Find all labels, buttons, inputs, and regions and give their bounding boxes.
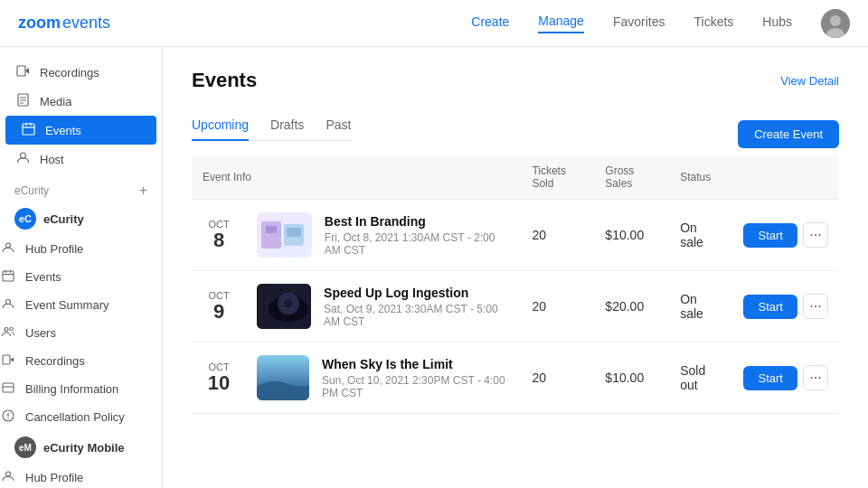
start-button-event-1[interactable]: Start [743, 223, 797, 248]
host-icon [14, 151, 31, 167]
event-actions-event-3: Start ··· [732, 343, 839, 414]
event-status-event-2: On sale [669, 271, 732, 343]
sidebar-item-recordings[interactable]: Recordings [0, 58, 162, 87]
tabs: Upcoming Drafts Past [192, 110, 351, 141]
sidebar-item-event-summary[interactable]: Event Summary [0, 291, 162, 319]
sidebar-item-hub-profile[interactable]: Hub Profile [0, 235, 162, 263]
event-day-event-2: 9 [203, 301, 235, 323]
sidebar-item-hub-profile-2[interactable]: Hub Profile [0, 464, 162, 488]
event-info-event-1: Best In Branding Fri, Oct 8, 2021 1:30AM… [246, 200, 521, 271]
org-name-ecurityhub: eCurity [43, 212, 84, 226]
svg-marker-4 [25, 68, 29, 74]
svg-point-20 [5, 328, 8, 332]
event-text-event-3: When Sky Is the Limit Sun, Oct 10, 2021 … [322, 357, 510, 399]
sidebar-label-media: Media [40, 95, 71, 108]
logo-events: events [62, 14, 110, 33]
table-header: Event Info Tickets Sold Gross Sales Stat… [192, 155, 839, 200]
svg-point-28 [7, 418, 9, 419]
svg-rect-34 [261, 221, 281, 249]
svg-point-21 [10, 327, 14, 331]
sidebar-org-ecurityhub[interactable]: eC eCurity [0, 202, 162, 235]
sidebar-label-hub-profile-2: Hub Profile [25, 471, 83, 484]
event-actions-event-1: Start ··· [732, 200, 839, 271]
event-date-event-2: OCT 9 [192, 271, 246, 343]
top-nav: zoomevents Create Manage Favorites Ticke… [0, 0, 868, 47]
events-table: Event Info Tickets Sold Gross Sales Stat… [192, 155, 839, 414]
event-text-event-1: Best In Branding Fri, Oct 8, 2021 1:30AM… [325, 214, 511, 257]
body-wrap: Recordings Media Events Host eCurity + [0, 47, 868, 488]
topnav-hubs[interactable]: Hubs [762, 14, 792, 33]
col-actions [732, 155, 839, 200]
svg-point-41 [284, 299, 293, 308]
svg-rect-3 [17, 66, 25, 76]
sidebar-label-users: Users [25, 326, 56, 340]
col-event-info: Event Info [192, 155, 521, 200]
sidebar: Recordings Media Events Host eCurity + [0, 47, 163, 488]
start-button-event-2[interactable]: Start [743, 295, 797, 319]
event-gross-event-2: $20.00 [594, 271, 669, 343]
create-event-button[interactable]: Create Event [738, 120, 839, 148]
tab-upcoming[interactable]: Upcoming [192, 110, 249, 141]
table-row-event-2: OCT 9 Speed Up Log Ingestion Sat, Oct 9,… [192, 271, 839, 343]
org-icon-ecurityhub: eC [14, 208, 36, 230]
topnav-tickets[interactable]: Tickets [693, 14, 733, 33]
svg-marker-23 [10, 358, 14, 362]
main-content: Events View Detail Upcoming Drafts Past … [163, 47, 868, 488]
event-tickets-event-2: 20 [521, 271, 594, 343]
more-button-event-2[interactable]: ··· [803, 294, 828, 319]
sidebar-label-hub-profile: Hub Profile [25, 242, 83, 256]
svg-rect-22 [3, 355, 10, 364]
svg-point-13 [20, 153, 25, 158]
logo-zoom: zoom [18, 14, 61, 33]
svg-rect-35 [266, 226, 277, 233]
users-icon [0, 325, 16, 341]
sidebar-item-events[interactable]: Events [5, 116, 156, 145]
more-button-event-3[interactable]: ··· [803, 365, 828, 390]
page-title: Events [192, 69, 257, 92]
topnav-manage[interactable]: Manage [538, 14, 584, 33]
media-icon [14, 93, 31, 109]
event-tickets-event-1: 20 [521, 200, 594, 271]
logo: zoomevents [18, 14, 110, 33]
event-summary-icon [0, 297, 16, 313]
more-button-event-1[interactable]: ··· [803, 222, 828, 248]
main-header: Events View Detail [192, 69, 839, 92]
svg-rect-9 [23, 124, 34, 135]
start-button-event-3[interactable]: Start [743, 366, 797, 390]
sidebar-item-ecurity-events[interactable]: Events [0, 263, 162, 291]
sidebar-item-cancellation[interactable]: Cancellation Policy [0, 403, 162, 431]
event-tickets-event-3: 20 [521, 343, 594, 414]
svg-point-19 [6, 300, 11, 305]
sidebar-item-media[interactable]: Media [0, 87, 162, 116]
sidebar-label-recordings-sub: Recordings [25, 354, 85, 368]
event-time-event-1: Fri, Oct 8, 2021 1:30AM CST - 2:00 AM CS… [325, 231, 511, 257]
svg-point-14 [6, 243, 11, 248]
svg-point-1 [830, 15, 841, 26]
sidebar-item-billing[interactable]: Billing Information [0, 375, 162, 403]
sidebar-label-host: Host [40, 153, 64, 166]
org-icon-ecuritymobile: eM [14, 436, 36, 458]
topnav-create[interactable]: Create [471, 14, 509, 33]
events-icon [20, 122, 36, 138]
event-name-event-1: Best In Branding [325, 214, 511, 229]
sidebar-item-recordings-sub[interactable]: Recordings [0, 347, 162, 375]
event-day-event-1: 8 [203, 230, 235, 251]
tab-past[interactable]: Past [326, 110, 351, 141]
avatar[interactable] [821, 9, 850, 38]
topnav-favorites[interactable]: Favorites [613, 14, 665, 33]
add-hub-icon[interactable]: + [139, 183, 147, 199]
sidebar-label-recordings: Recordings [40, 66, 99, 80]
sidebar-item-users[interactable]: Users [0, 319, 162, 347]
event-date-event-1: OCT 8 [192, 200, 246, 271]
sidebar-section-label: eCurity [14, 184, 49, 197]
sidebar-item-host[interactable]: Host [0, 145, 162, 174]
sidebar-org-ecuritymobile[interactable]: eM eCurity Mobile [0, 431, 162, 464]
view-detail-link[interactable]: View Detail [780, 74, 839, 88]
sidebar-label-ecurity-events: Events [25, 270, 61, 284]
event-actions-event-2: Start ··· [732, 271, 839, 343]
recordings-sub-icon [0, 353, 16, 369]
table-row-event-1: OCT 8 Best In Branding Fri, Oct 8, 2021 … [192, 200, 839, 271]
tab-drafts[interactable]: Drafts [270, 110, 304, 141]
col-status: Status [669, 155, 732, 200]
svg-rect-15 [3, 271, 14, 281]
